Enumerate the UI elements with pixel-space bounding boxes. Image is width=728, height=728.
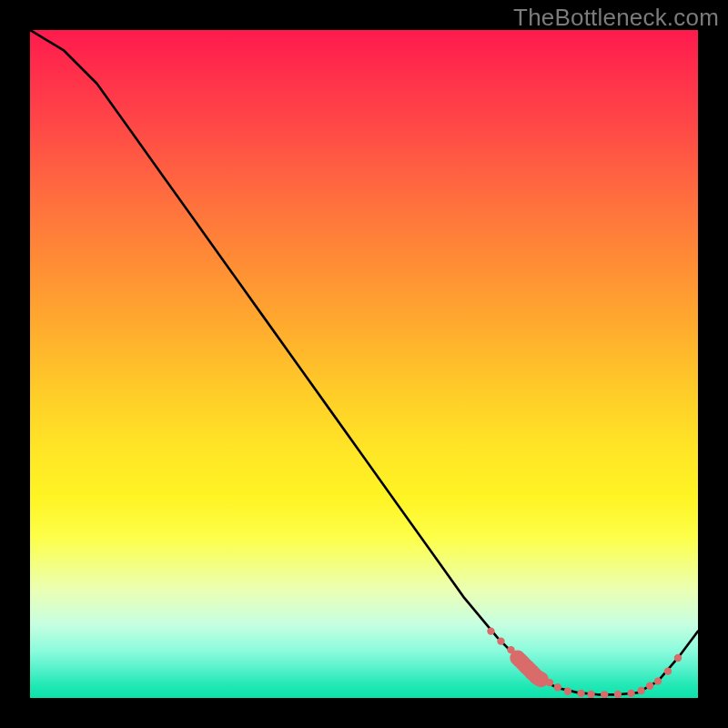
dot	[646, 682, 653, 690]
dot	[674, 654, 682, 662]
dot	[554, 683, 561, 691]
chart-svg	[30, 30, 698, 698]
curve-layer	[30, 30, 698, 694]
dot	[564, 687, 571, 694]
dot	[614, 691, 622, 698]
dot	[627, 690, 634, 697]
dot	[601, 691, 608, 698]
dots-layer	[487, 627, 682, 698]
dot	[587, 691, 594, 698]
dot	[497, 637, 504, 644]
dot	[487, 627, 494, 634]
watermark-label: TheBottleneck.com	[513, 4, 719, 32]
dot	[546, 679, 553, 686]
dot-big	[533, 672, 549, 687]
dot	[507, 646, 514, 653]
chart-stage: TheBottleneck.com	[0, 0, 728, 728]
plot-area	[30, 30, 698, 698]
dot	[654, 677, 662, 684]
dot	[637, 687, 644, 694]
dot	[664, 667, 672, 674]
curve-path	[30, 30, 698, 694]
dot	[577, 690, 584, 697]
